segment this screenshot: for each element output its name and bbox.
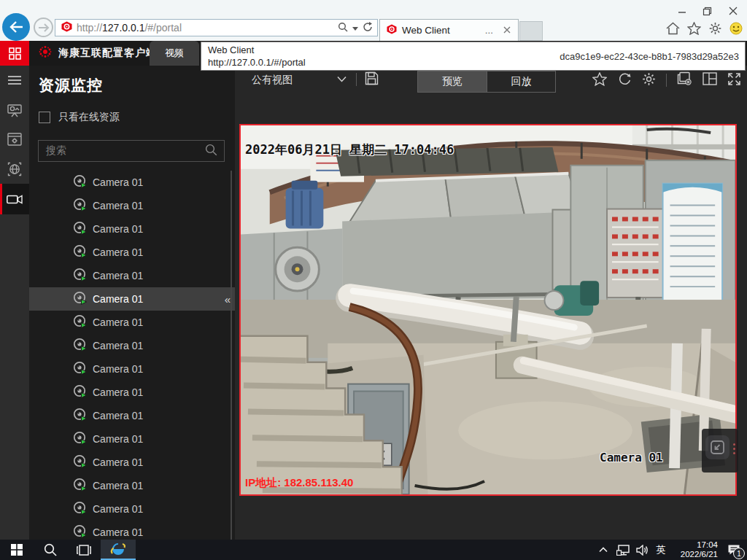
tab-preview[interactable]: 预览 [418,71,487,92]
browser-chrome: http://127.0.0.1/#/portal Web Client ... [0,0,747,41]
camera-list-item[interactable]: Camera 01 [29,404,235,427]
dashboard-icon[interactable] [0,96,29,125]
floating-toolbar[interactable] [702,429,738,472]
feedback-smiley-icon[interactable] [729,22,743,38]
task-view-icon[interactable] [67,540,101,560]
save-view-icon[interactable] [365,71,379,88]
minimize-icon[interactable] [671,3,693,19]
network-globe-icon[interactable] [0,155,29,184]
search-magnifier-icon[interactable] [205,144,224,159]
list-scrollbar[interactable] [231,171,232,540]
stream-settings-gear-icon[interactable] [642,72,656,89]
dome-camera-icon [73,431,87,448]
ime-indicator[interactable]: 英 [652,543,670,556]
camera-list-item[interactable]: Camera 01 [29,497,235,521]
volume-icon[interactable] [632,540,652,560]
video-cell-selected[interactable]: 2022年06月21日 星期二 17:04:46 Camera 01 IP地址:… [239,124,737,496]
forward-button[interactable] [34,18,53,37]
camera-label: Camera 01 [93,433,143,445]
dome-camera-icon [73,291,87,308]
taskbar-search-icon[interactable] [34,540,67,560]
dome-camera-icon [73,221,87,238]
camera-list-item[interactable]: Camera 01 [29,474,235,497]
taskbar-clock[interactable]: 17:04 2022/6/21 [670,540,721,559]
new-tab-button[interactable] [519,21,543,41]
layout-grid-icon[interactable] [703,72,717,88]
dome-camera-icon [73,244,87,261]
camera-label: Camera 01 [93,526,143,538]
camera-list-item[interactable]: Camera 01 [29,427,235,451]
favorite-star-icon[interactable] [592,72,607,89]
video-pane: 公有视图 预览 回放 [235,66,747,540]
video-camera-icon[interactable] [0,184,29,214]
nav-tab-video[interactable]: 视频 [150,41,199,66]
menu-icon[interactable] [0,66,29,95]
search-dropdown-icon[interactable] [352,22,358,34]
camera-label: Camera 01 [93,340,143,351]
clock-time: 17:04 [670,540,718,550]
dome-camera-icon [73,338,87,354]
taskbar-ie-icon[interactable] [101,540,136,560]
fullscreen-icon[interactable] [727,72,741,89]
camera-list-item[interactable]: Camera 01 [29,381,235,404]
start-button[interactable] [0,540,34,560]
camera-list-item[interactable]: Camera 01 [29,521,235,540]
network-status-icon[interactable] [613,540,632,560]
camera-list-item[interactable]: Camera 01 [29,241,235,264]
refresh-icon[interactable] [617,72,632,89]
address-bar[interactable]: http://127.0.0.1/#/portal [55,19,378,36]
tab-playback[interactable]: 回放 [487,71,555,92]
camera-list-item[interactable]: Camera 01 [29,194,235,217]
tooltip-title: Web Client [208,44,306,56]
system-config-icon[interactable] [0,125,29,154]
search-icon[interactable] [338,22,348,34]
online-only-checkbox[interactable] [39,112,50,123]
camera-list-item[interactable]: Camera 01 « [29,287,235,311]
site-favicon [61,21,72,34]
chevron-down-icon[interactable] [337,72,347,85]
camera-label: Camera 01 [93,386,143,398]
back-button[interactable] [2,13,30,41]
camera-list-item[interactable]: Camera 01 [29,171,235,194]
dome-camera-icon [73,501,87,518]
widget-dot [733,448,735,450]
dome-camera-icon [73,174,87,191]
camera-list-item[interactable]: Camera 01 [29,334,235,357]
search-input[interactable]: 搜索 [38,140,225,162]
dome-camera-icon [73,478,87,494]
restore-icon[interactable] [696,3,718,19]
action-center-icon[interactable]: 1 [721,540,747,560]
close-window-icon[interactable] [722,3,744,19]
close-all-streams-icon[interactable] [677,71,692,89]
left-icon-rail [0,66,29,540]
camera-label: Camera 01 [93,503,143,515]
camera-list-item[interactable]: Camera 01 [29,264,235,287]
browser-tab[interactable]: Web Client ... [379,19,519,41]
camera-list-item[interactable]: Camera 01 [29,217,235,241]
taskbar: 英 17:04 2022/6/21 1 [0,540,747,560]
view-selector-label: 公有视图 [252,74,293,87]
camera-list-item[interactable]: Camera 01 [29,357,235,381]
osd-camera-label: Camera 01 [600,451,663,464]
refresh-page-icon[interactable] [363,22,373,34]
toolbar-divider [356,73,357,86]
tooltip-session-id: dca9c1e9-ec22-43ce-b8b1-7983d29a52e3 [560,51,745,62]
camera-list-item[interactable]: Camera 01 [29,311,235,334]
popup-player-icon[interactable] [705,435,729,459]
app-menu-grid-icon[interactable] [0,41,29,66]
tab-close-icon[interactable] [503,25,511,36]
dome-camera-icon [73,314,87,331]
widget-dot [733,452,735,454]
settings-gear-icon[interactable] [708,22,722,38]
camera-list-item[interactable]: Camera 01 [29,451,235,474]
camera-label: Camera 01 [93,270,143,281]
panel-collapse-icon[interactable]: « [225,293,231,306]
favorites-star-icon[interactable] [687,22,701,38]
camera-label: Camera 01 [93,200,143,211]
hikvision-logo-icon [38,44,53,62]
tab-tooltip: Web Client http://127.0.0.1/#/portal dca… [201,42,746,71]
home-icon[interactable] [666,22,680,38]
tray-chevron-up-icon[interactable] [593,540,613,560]
notification-badge: 1 [733,548,745,559]
osd-timestamp: 2022年06月21日 星期二 17:04:46 [245,141,454,158]
